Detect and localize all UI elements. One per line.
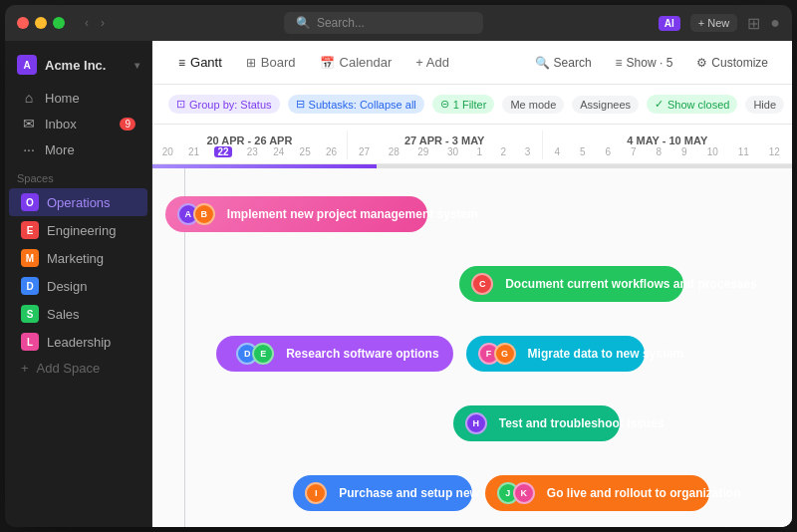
gantt-date-header: 20 APR - 26 APR 20 21 22 23 24 25 26 xyxy=(152,125,792,164)
date-group-1-label: 20 APR - 26 APR xyxy=(152,134,347,146)
avatar: B xyxy=(193,203,215,225)
forward-button[interactable]: › xyxy=(97,14,109,32)
minimize-button[interactable] xyxy=(35,17,47,29)
inbox-badge: 9 xyxy=(120,118,135,131)
show-closed-chip[interactable]: ✓ Show closed xyxy=(647,95,737,114)
bar-avatars: I xyxy=(305,482,327,504)
day-num: 4 xyxy=(555,146,561,157)
group-by-chip[interactable]: ⊡ Group by: Status xyxy=(168,95,280,114)
tab-calendar[interactable]: 📅 Calendar xyxy=(310,50,402,75)
add-label: + Add xyxy=(415,55,449,70)
hide-chip[interactable]: Hide xyxy=(745,96,784,114)
me-mode-chip[interactable]: Me mode xyxy=(502,96,564,114)
gantt-bar-2[interactable]: C Document current workflows and process… xyxy=(459,266,683,302)
filter-label: 1 Filter xyxy=(453,99,487,111)
space-label: Engineering xyxy=(47,223,116,238)
calendar-icon: 📅 xyxy=(320,56,335,70)
bar-label: Research software options xyxy=(286,347,438,361)
sidebar-item-engineering[interactable]: E Engineering xyxy=(9,216,147,244)
user-icon[interactable]: ● xyxy=(770,14,780,32)
day-num: 20 xyxy=(162,146,173,157)
gantt-bar-6[interactable]: I Purchase and setup new software xyxy=(293,475,472,511)
day-num: 28 xyxy=(389,146,399,157)
subtasks-chip[interactable]: ⊟ Subtasks: Collapse all xyxy=(288,95,424,114)
sidebar-item-home[interactable]: ⌂ Home xyxy=(9,85,147,111)
titlebar-search-box[interactable]: 🔍 Search... xyxy=(284,12,483,34)
plus-icon: + xyxy=(21,361,29,376)
hide-label: Hide xyxy=(753,99,776,111)
subtasks-icon: ⊟ xyxy=(296,98,305,111)
filter-chip[interactable]: ⊝ 1 Filter xyxy=(432,95,495,114)
tab-gantt[interactable]: ≡ Gantt xyxy=(168,50,232,75)
gantt-icon: ≡ xyxy=(178,56,185,70)
space-label: Sales xyxy=(47,307,80,322)
space-label: Design xyxy=(47,279,87,294)
day-num: 27 xyxy=(359,146,370,157)
assignees-chip[interactable]: Assignees xyxy=(572,96,639,114)
add-space-button[interactable]: + Add Space xyxy=(9,356,147,381)
maximize-button[interactable] xyxy=(53,17,65,29)
home-icon: ⌂ xyxy=(21,90,37,106)
bar-label: Test and troubleshoot issues xyxy=(499,416,664,430)
grid-icon[interactable]: ⊞ xyxy=(747,14,760,33)
sidebar-item-sales[interactable]: S Sales xyxy=(9,300,147,328)
search-label: Search xyxy=(554,56,592,70)
nav-arrows: ‹ › xyxy=(81,14,109,32)
day-num: 1 xyxy=(477,146,483,157)
filter-bar: ⊡ Group by: Status ⊟ Subtasks: Collapse … xyxy=(152,85,792,125)
space-dot-operations: O xyxy=(21,193,39,211)
company-name: Acme Inc. xyxy=(45,58,106,73)
bar-avatars: H xyxy=(465,412,487,434)
toolbar-right: 🔍 Search ≡ Show · 5 ⚙ Customize xyxy=(527,52,776,74)
bar-avatars: D E xyxy=(236,343,274,365)
bar-avatars: J K xyxy=(497,482,535,504)
sidebar-item-label: Home xyxy=(45,91,80,106)
day-num: 25 xyxy=(300,146,311,157)
sidebar-item-inbox[interactable]: ✉ Inbox 9 xyxy=(9,111,147,136)
gantt-bar-4[interactable]: F G Migrate data to new system xyxy=(466,336,646,372)
sidebar-item-design[interactable]: D Design xyxy=(9,272,147,300)
customize-button[interactable]: ⚙ Customize xyxy=(688,52,776,74)
subtasks-label: Subtasks: Collapse all xyxy=(309,99,416,111)
tab-calendar-label: Calendar xyxy=(340,55,393,70)
avatar: C xyxy=(471,273,493,295)
new-button[interactable]: + New xyxy=(690,14,738,32)
show-button[interactable]: ≡ Show · 5 xyxy=(608,52,681,74)
sidebar-item-more[interactable]: ··· More xyxy=(9,136,147,162)
tab-gantt-label: Gantt xyxy=(190,55,222,70)
day-num: 5 xyxy=(580,146,586,157)
day-num: 11 xyxy=(738,146,749,157)
back-button[interactable]: ‹ xyxy=(81,14,93,32)
avatar: I xyxy=(305,482,327,504)
tab-board[interactable]: ⊞ Board xyxy=(236,50,306,75)
spaces-section-label: Spaces xyxy=(5,162,151,188)
titlebar: ‹ › 🔍 Search... AI + New ⊞ ● xyxy=(5,5,792,41)
gantt-bar-1[interactable]: A B Implement new project management sys… xyxy=(165,196,427,232)
chevron-down-icon: ▾ xyxy=(134,60,139,71)
search-icon: 🔍 xyxy=(296,16,311,30)
avatar: H xyxy=(465,412,487,434)
sidebar-logo[interactable]: A Acme Inc. ▾ xyxy=(5,49,151,85)
traffic-lights xyxy=(17,17,65,29)
gantt-canvas: A B Implement new project management sys… xyxy=(152,168,792,527)
gantt-bar-5[interactable]: H Test and troubleshoot issues xyxy=(453,405,620,441)
tab-add[interactable]: + Add xyxy=(405,50,459,75)
show-icon: ≡ xyxy=(616,56,623,70)
day-num: 9 xyxy=(681,146,687,157)
customize-label: Customize xyxy=(711,56,768,70)
space-label: Operations xyxy=(47,195,111,210)
sidebar-item-marketing[interactable]: M Marketing xyxy=(9,244,147,272)
day-num: 10 xyxy=(707,146,718,157)
gantt-bar-3[interactable]: D E Research software options xyxy=(216,336,453,372)
bar-label: Migrate data to new system xyxy=(528,347,684,361)
sidebar-item-leadership[interactable]: L Leadership xyxy=(9,328,147,356)
day-num: 21 xyxy=(188,146,199,157)
close-button[interactable] xyxy=(17,17,29,29)
sidebar-item-label: Inbox xyxy=(45,117,77,132)
sidebar-item-operations[interactable]: O Operations xyxy=(9,188,147,216)
day-num: 2 xyxy=(501,146,507,157)
search-button[interactable]: 🔍 Search xyxy=(527,52,600,74)
app-window: ‹ › 🔍 Search... AI + New ⊞ ● A Acme Inc.… xyxy=(5,5,792,527)
sidebar-item-label: More xyxy=(45,142,75,157)
gantt-bar-7[interactable]: J K Go live and rollout to organization xyxy=(485,475,709,511)
